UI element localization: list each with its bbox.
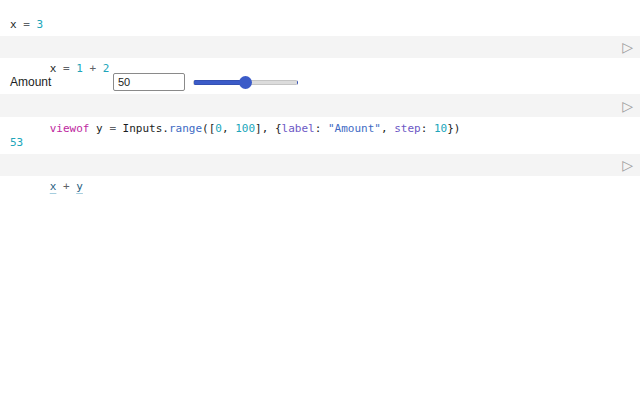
cell-output: x = 3 — [0, 14, 640, 36]
code-token-plain: ([ — [202, 122, 215, 135]
code-token-num: 10 — [434, 122, 447, 135]
code-token-ref: y — [76, 180, 83, 193]
code-token-plain: , — [222, 122, 235, 135]
code-token-str: "Amount" — [328, 122, 381, 135]
code-token-num: 3 — [37, 18, 44, 31]
code-token-plain: x — [10, 18, 17, 31]
run-cell-button[interactable]: ▷ — [587, 26, 633, 68]
code-token-prop: label — [282, 122, 315, 135]
code-token-num: 2 — [103, 62, 110, 75]
cell-code-editor[interactable]: x + y ▷ — [0, 154, 640, 176]
code-token-plain: Inputs. — [116, 122, 169, 135]
code-token-op: = — [109, 122, 116, 135]
code-token-plain: ], { — [255, 122, 282, 135]
code-token-num: 100 — [235, 122, 255, 135]
code-token-num: 1 — [76, 62, 83, 75]
code-line: x + y — [50, 180, 83, 193]
play-icon: ▷ — [622, 39, 633, 55]
run-cell-button[interactable]: ▷ — [587, 144, 633, 186]
play-icon: ▷ — [622, 98, 633, 114]
code-token-op: = — [56, 62, 76, 75]
play-icon: ▷ — [622, 157, 633, 173]
code-token-fn: range — [169, 122, 202, 135]
code-token-num: 0 — [215, 122, 222, 135]
cell-code-editor[interactable]: viewof y = Inputs.range([0, 100], {label… — [0, 94, 640, 117]
code-token-op: + — [56, 180, 76, 193]
run-cell-button[interactable]: ▷ — [587, 85, 633, 127]
notebook: x = 3 x = 1 + 2 ▷ Amount viewof y = Inpu… — [0, 0, 640, 176]
code-token-op: + — [83, 62, 103, 75]
notebook-cell: x = 3 x = 1 + 2 ▷ — [0, 14, 640, 58]
code-token-plain: , — [381, 122, 394, 135]
code-token-plain: : — [315, 122, 328, 135]
cell-code-editor[interactable]: x = 1 + 2 ▷ — [0, 36, 640, 58]
range-number-input[interactable] — [113, 73, 185, 91]
range-slider[interactable] — [193, 76, 298, 89]
code-line: x = 1 + 2 — [50, 62, 110, 75]
code-token-op: = — [17, 18, 37, 31]
code-token-plain: : — [421, 122, 434, 135]
code-token-plain: y — [90, 122, 110, 135]
code-token-prop: step — [394, 122, 421, 135]
code-token-kw: viewof — [50, 122, 90, 135]
code-line: viewof y = Inputs.range([0, 100], {label… — [50, 122, 461, 135]
code-token-plain: }) — [447, 122, 460, 135]
